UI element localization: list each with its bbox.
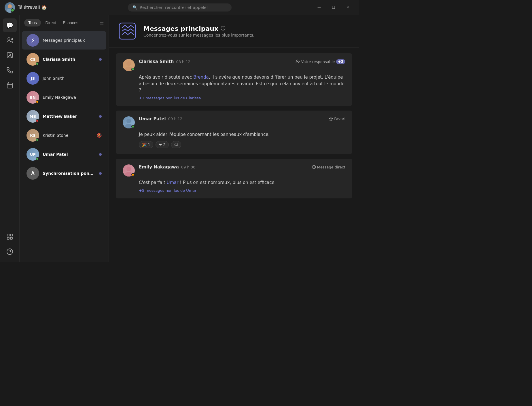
channel-title: Messages principaux ⓘ	[143, 25, 254, 32]
status-busy-indicator	[36, 119, 39, 122]
sidebar-item-calls[interactable]	[3, 63, 17, 77]
badge-label: Votre responsable	[301, 60, 335, 64]
svg-point-14	[7, 249, 13, 255]
app-avatar	[5, 2, 15, 13]
info-icon[interactable]: ⓘ	[221, 26, 225, 32]
chat-item-umar-patel[interactable]: UP Umar Patel	[22, 145, 106, 164]
direct-message-button[interactable]: Message direct	[312, 165, 345, 169]
msg-text-clarissa: Après avoir discuté avec Brenda, il s'av…	[139, 74, 345, 94]
maximize-button[interactable]: ☐	[327, 3, 340, 12]
channel-subtitle: Concentrez-vous sur les messages les plu…	[143, 33, 254, 37]
window-controls: — ☐ ✕	[313, 3, 355, 12]
chat-list-panel: Tous Direct Espaces ≡ ⚡ Messages princip…	[20, 15, 109, 262]
filter-more-icon[interactable]: ≡	[100, 20, 104, 26]
sidebar-item-help[interactable]	[3, 245, 17, 259]
reaction-smile[interactable]: 😊	[171, 141, 181, 148]
filter-all-button[interactable]: Tous	[24, 19, 41, 26]
chat-item-name: Kristin Stone	[43, 133, 93, 138]
channel-header: Messages principaux ⓘ Concentrez-vous su…	[109, 15, 359, 48]
msg-meta: Emily Nakagawa 09 h 00 Message direct	[139, 164, 345, 170]
chat-item-matthew-baker[interactable]: MB Matthew Baker	[22, 107, 106, 126]
chat-items-list: ⚡ Messages principaux CS Clarissa Smith	[20, 31, 109, 262]
msg-avatar-emily	[123, 164, 135, 177]
svg-rect-13	[10, 237, 12, 239]
avatar-status-away	[131, 173, 135, 176]
sidebar-item-contacts[interactable]	[3, 48, 17, 62]
msg-sender-info: Umar Patel 09 h 12	[139, 116, 182, 122]
reactions-row: 🎉 1 ❤️ 2 😊	[139, 141, 345, 148]
msg-sender-row: Umar Patel 09 h 12 Favori	[139, 116, 345, 122]
channel-info: Messages principaux ⓘ Concentrez-vous su…	[143, 25, 254, 37]
message-card-clarissa: Clarissa Smith 08 h 12	[116, 53, 352, 106]
chat-item-kristin-stone[interactable]: KS Kristin Stone 🔕	[22, 126, 106, 145]
msg-sender: Clarissa Smith	[139, 59, 174, 64]
sidebar-item-apps[interactable]	[3, 230, 17, 244]
close-button[interactable]: ✕	[341, 3, 355, 12]
filter-direct-button[interactable]: Direct	[43, 19, 58, 26]
svg-point-1	[7, 9, 13, 13]
msg-time: 09 h 00	[181, 165, 196, 169]
status-online-indicator	[36, 138, 39, 141]
mute-icon: 🔕	[97, 133, 102, 138]
channel-icon	[117, 21, 138, 41]
status-away-indicator	[36, 100, 39, 103]
main-content: Messages principaux ⓘ Concentrez-vous su…	[109, 15, 359, 262]
chat-avatar-matthew: MB	[26, 110, 39, 123]
message-header: Emily Nakagawa 09 h 00 Message direct	[123, 164, 345, 177]
minimize-button[interactable]: —	[313, 3, 326, 12]
search-bar[interactable]: 🔍 Rechercher, rencontrer et appeler	[128, 3, 232, 12]
svg-point-2	[8, 38, 10, 40]
main-layout: 💬	[0, 15, 359, 262]
chat-item-emily-nakagawa[interactable]: EN Emily Nakagawa	[22, 88, 106, 107]
sidebar-item-people[interactable]	[3, 33, 17, 47]
sidebar-item-calendar[interactable]	[3, 78, 17, 92]
reaction-party[interactable]: 🎉 1	[139, 141, 153, 148]
dm-label: Message direct	[317, 165, 345, 169]
channel-title-text: Messages principaux	[143, 25, 218, 32]
chat-list-header: Tous Direct Espaces ≡	[20, 15, 109, 31]
svg-marker-22	[329, 117, 333, 121]
svg-rect-6	[7, 83, 12, 88]
unread-indicator	[99, 172, 102, 175]
msg-avatar-clarissa	[123, 59, 135, 71]
search-icon: 🔍	[132, 5, 137, 10]
msg-sender-row: Emily Nakagawa 09 h 00 Message direct	[139, 164, 345, 170]
search-placeholder: Rechercher, rencontrer et appeler	[140, 5, 208, 10]
reaction-heart[interactable]: ❤️ 2	[156, 141, 169, 148]
msg-meta: Umar Patel 09 h 12 Favori	[139, 116, 345, 122]
chat-item-info: John Smith	[43, 76, 102, 81]
chat-avatar-messages-principaux: ⚡	[26, 34, 39, 47]
msg-text-emily: C'est parfait Umar ! Plus on est nombreu…	[139, 179, 345, 186]
chat-avatar-john: JS	[26, 72, 39, 85]
chat-item-synchronisation-ponctuelle[interactable]: A Synchronisation ponctuelle	[22, 164, 106, 183]
chat-item-john-smith[interactable]: JS John Smith	[22, 69, 106, 88]
chat-item-messages-principaux[interactable]: ⚡ Messages principaux	[22, 31, 106, 50]
unread-note-emily: +5 messages non lus de Umar	[139, 188, 345, 193]
filter-spaces-button[interactable]: Espaces	[60, 19, 81, 26]
svg-point-3	[11, 38, 13, 40]
chat-item-info: Synchronisation ponctuelle	[43, 171, 96, 176]
chat-item-clarissa-smith[interactable]: CS Clarissa Smith	[22, 50, 106, 69]
message-header: Umar Patel 09 h 12 Favori	[123, 116, 345, 128]
chat-item-name: John Smith	[43, 76, 102, 81]
svg-rect-12	[7, 237, 9, 239]
favorite-button[interactable]: Favori	[329, 117, 345, 121]
app-title: Télétravail 🏠	[18, 5, 47, 10]
chat-item-name: Messages principaux	[43, 38, 102, 43]
fav-label: Favori	[334, 117, 345, 121]
status-online-indicator	[36, 62, 39, 65]
chat-avatar-synchronisation: A	[26, 167, 39, 180]
sidebar-item-chat[interactable]: 💬	[3, 18, 17, 32]
msg-sender: Umar Patel	[139, 116, 166, 122]
unread-indicator	[99, 153, 102, 156]
unread-indicator	[99, 115, 102, 118]
msg-sender-info: Clarissa Smith 08 h 12	[139, 59, 190, 64]
msg-sender-info: Emily Nakagawa 09 h 00	[139, 164, 195, 170]
mention-brenda: Brenda	[193, 75, 209, 80]
svg-rect-10	[7, 234, 9, 236]
msg-sender-row: Clarissa Smith 08 h 12	[139, 59, 345, 64]
chat-item-info: Kristin Stone	[43, 133, 93, 138]
svg-point-19	[296, 60, 298, 62]
icon-sidebar: 💬	[0, 15, 20, 262]
unread-indicator	[99, 58, 102, 61]
